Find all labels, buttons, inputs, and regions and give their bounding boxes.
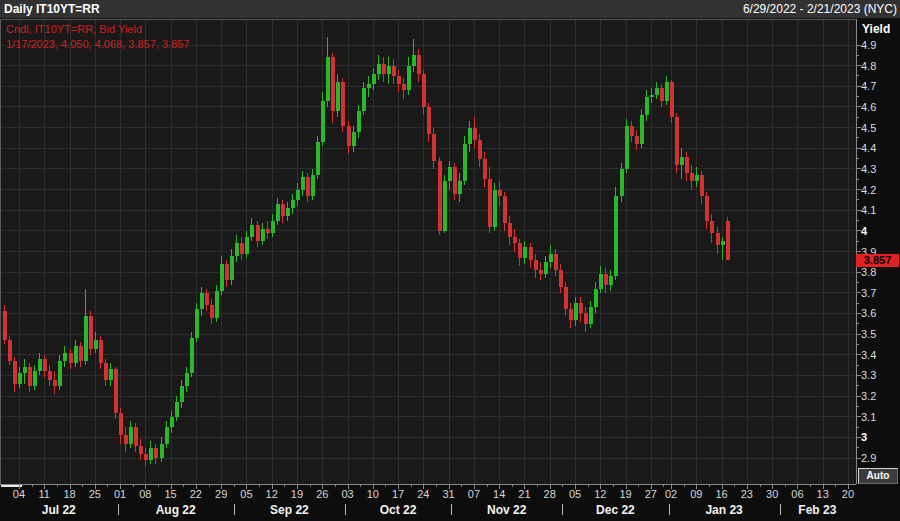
x-day-tick-label: 15 (159, 488, 183, 500)
y-tick-label: 4.9 (861, 39, 899, 51)
month-separator (562, 504, 563, 515)
x-day-tick-label: 25 (83, 488, 107, 500)
auto-scale-button[interactable]: Auto (858, 468, 898, 484)
month-separator (780, 504, 781, 515)
month-separator (234, 504, 235, 515)
x-day-tick-label: 26 (310, 488, 334, 500)
y-tick-label: 3.8 (861, 266, 899, 278)
chart-window: Daily IT10YT=RR 6/29/2022 - 2/21/2023 (N… (0, 0, 900, 521)
x-day-tick-label: 12 (588, 488, 612, 500)
x-day-tick-label: 29 (209, 488, 233, 500)
x-day-tick-label: 30 (760, 488, 784, 500)
x-month-label: Feb 23 (782, 503, 852, 517)
y-tick-label: 3.7 (861, 287, 899, 299)
x-day-tick-label: 18 (58, 488, 82, 500)
y-tick-label: 3 (861, 431, 899, 443)
y-tick-label: 3.4 (861, 349, 899, 361)
x-day-tick-label: 07 (462, 488, 486, 500)
legend-series-label: Cndl, IT10YT=RR, Bid Yield (6, 22, 142, 36)
y-tick-label: 4.4 (861, 142, 899, 154)
x-day-tick-label: 19 (614, 488, 638, 500)
y-tick-label: 3.1 (861, 411, 899, 423)
x-day-tick-label: 02 (659, 488, 683, 500)
y-tick-label: 4.8 (861, 60, 899, 72)
x-day-tick-label: 31 (437, 488, 461, 500)
last-price-tag: 3.857 (856, 254, 899, 267)
y-tick-label: 4.7 (861, 80, 899, 92)
x-day-tick-label: 01 (108, 488, 132, 500)
x-month-label: Dec 22 (580, 503, 650, 517)
x-day-tick-label: 20 (836, 488, 860, 500)
legend-ohlc-values: 1/17/2023, 4.050, 4.068, 3.857, 3.857 (6, 37, 190, 51)
x-day-tick-label: 22 (184, 488, 208, 500)
x-day-tick-label: 14 (487, 488, 511, 500)
month-separator (118, 504, 119, 515)
x-month-label: Sep 22 (254, 503, 324, 517)
x-day-tick-label: 12 (260, 488, 284, 500)
x-month-label: Jan 23 (689, 503, 759, 517)
x-day-tick-label: 08 (133, 488, 157, 500)
x-day-tick-label: 17 (386, 488, 410, 500)
x-day-tick-label: 13 (811, 488, 835, 500)
x-day-tick-label: 28 (538, 488, 562, 500)
x-month-label: Nov 22 (472, 503, 542, 517)
month-separator (345, 504, 346, 515)
x-day-tick-label: 23 (735, 488, 759, 500)
y-tick-label: 4.6 (861, 101, 899, 113)
x-day-tick-label: 21 (512, 488, 536, 500)
x-day-tick-label: 05 (563, 488, 587, 500)
x-month-label: Jul 22 (24, 503, 94, 517)
y-tick-label: 3.5 (861, 328, 899, 340)
y-tick-label: 4.3 (861, 163, 899, 175)
x-day-tick-label: 05 (234, 488, 258, 500)
y-tick-label: 4.1 (861, 204, 899, 216)
y-tick-label: 4.2 (861, 184, 899, 196)
x-day-tick-label: 24 (411, 488, 435, 500)
x-day-tick-label: 19 (285, 488, 309, 500)
candlestick-plot[interactable] (0, 0, 900, 521)
y-axis-title: Yield (862, 22, 890, 36)
x-day-tick-label: 09 (684, 488, 708, 500)
x-day-tick-label: 10 (361, 488, 385, 500)
y-tick-label: 3.2 (861, 390, 899, 402)
x-day-tick-label: 04 (7, 488, 31, 500)
x-day-tick-label: 03 (336, 488, 360, 500)
x-month-label: Oct 22 (363, 503, 433, 517)
x-month-label: Aug 22 (141, 503, 211, 517)
y-tick-label: 4 (861, 225, 899, 237)
y-tick-label: 2.9 (861, 452, 899, 464)
y-tick-label: 4.5 (861, 122, 899, 134)
y-tick-label: 3.6 (861, 307, 899, 319)
x-day-tick-label: 16 (710, 488, 734, 500)
x-day-tick-label: 11 (32, 488, 56, 500)
month-separator (669, 504, 670, 515)
x-day-tick-label: 06 (785, 488, 809, 500)
y-tick-label: 3.3 (861, 369, 899, 381)
month-separator (451, 504, 452, 515)
